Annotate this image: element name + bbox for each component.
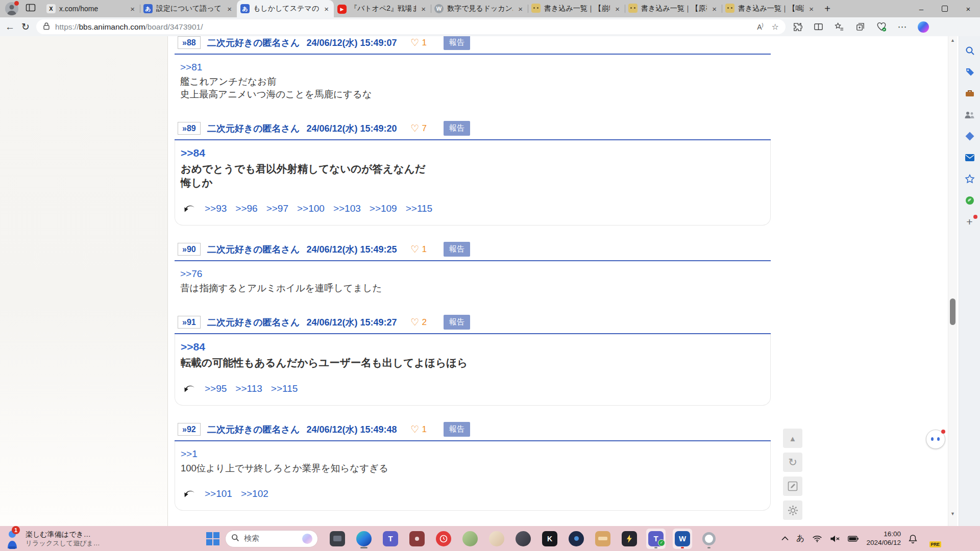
notification-toast[interactable]: 1 楽しむ準備はでき… リラックスして遊びま… [4,528,100,549]
reply-link[interactable]: >>102 [241,488,268,499]
microsoft-teams-running-icon[interactable]: T✓ [646,529,666,549]
scrollbar-thumb[interactable] [950,298,955,325]
tab-6[interactable]: 書き込み一覧｜【崩壊スター× [528,0,625,17]
more-menu-icon[interactable]: ⋯ [897,21,908,33]
scrollbar-down-icon[interactable]: ▼ [948,510,957,518]
sidebar-m365-icon[interactable] [964,130,976,142]
tab-2[interactable]: あ設定について語ってくれよ｜あ× [140,0,237,17]
game-avatar-green-icon[interactable] [460,529,480,549]
collections-icon[interactable] [855,21,866,33]
post-number-badge[interactable]: »89 [178,122,201,135]
reply-link[interactable]: >>95 [205,383,227,394]
sidebar-eco-icon[interactable] [964,194,976,207]
extensions-icon[interactable] [792,21,803,33]
tray-chevron-up-icon[interactable] [781,536,789,541]
tab-close-icon[interactable]: × [614,5,621,13]
sidebar-search-icon[interactable] [964,44,976,57]
microsoft-edge-icon[interactable] [354,529,374,549]
scroll-to-top-button[interactable]: ▲ [783,429,802,448]
like-button[interactable]: ♡1 [411,423,427,435]
tab-actions-icon[interactable] [26,3,36,14]
browser-scrollbar[interactable]: ▲ ▼ [948,36,957,526]
like-button[interactable]: ♡2 [411,316,427,328]
taskbar-search[interactable]: 検索 [225,530,318,547]
split-screen-icon[interactable] [813,21,824,33]
wifi-icon[interactable] [812,535,822,542]
scrollbar-up-icon[interactable]: ▲ [948,36,957,44]
bell-icon[interactable] [909,534,917,543]
close-button[interactable]: × [957,0,980,17]
game-avatar-beige-icon[interactable] [487,529,506,549]
reply-link[interactable]: >>97 [266,203,288,214]
pinned-app-ring-icon[interactable] [699,529,719,549]
reply-link[interactable]: >>101 [205,488,232,499]
tray-copilot-icon[interactable]: PRE [925,532,938,545]
reload-page-button[interactable]: ↻ [783,453,802,472]
tab-close-icon[interactable]: × [420,5,427,13]
anchor-link[interactable]: >>84 [181,146,205,162]
reply-link[interactable]: >>115 [406,203,432,214]
tab-8[interactable]: 書き込み一覧｜【鳴潮】吟霖× [722,0,819,17]
like-button[interactable]: ♡1 [411,243,427,255]
pinned-app-tan-icon[interactable] [593,529,612,549]
sidebar-add-icon[interactable]: + [964,216,976,228]
back-icon[interactable]: ← [5,21,15,33]
post-number-badge[interactable]: »88 [178,36,201,49]
report-button[interactable]: 報告 [444,242,470,257]
refresh-icon[interactable]: ↻ [21,21,30,33]
page-settings-button[interactable] [783,500,802,520]
favorites-list-icon[interactable] [834,21,845,33]
report-button[interactable]: 報告 [444,315,470,330]
post-number-badge[interactable]: »91 [178,316,201,329]
sidebar-favorites-icon[interactable] [964,173,976,185]
reply-link[interactable]: >>113 [235,383,262,394]
tab-3[interactable]: あもしかしてステマの資金尽きち× [237,0,334,17]
microsoft-teams-icon[interactable]: T [381,529,400,549]
anchor-link[interactable]: >>84 [181,340,205,356]
new-tab-button[interactable]: + [819,0,836,17]
tab-close-icon[interactable]: × [517,5,524,13]
report-button[interactable]: 報告 [444,36,470,50]
tab-7[interactable]: 書き込み一覧｜【原神】最強× [625,0,722,17]
tab-close-icon[interactable]: × [129,5,136,13]
tab-close-icon[interactable]: × [226,5,233,13]
reply-link[interactable]: >>109 [370,203,397,214]
game-avatar-dark-icon[interactable] [513,529,533,549]
pinned-app-red-icon[interactable] [407,529,427,549]
sidebar-shopping-icon[interactable] [964,66,976,78]
report-button[interactable]: 報告 [444,121,470,136]
reply-link[interactable]: >>96 [235,203,257,214]
tab-close-icon[interactable]: × [323,5,330,13]
like-button[interactable]: ♡7 [411,122,427,134]
favorite-star-icon[interactable]: ☆ [772,22,779,32]
alarm-clock-app-icon[interactable] [434,529,453,549]
pinned-app-k-icon[interactable]: K [540,529,559,549]
read-aloud-icon[interactable]: A) [757,22,763,31]
post-number-badge[interactable]: »92 [178,423,201,436]
browser-profile-button[interactable] [5,2,18,15]
pinned-app-navy-icon[interactable] [567,529,586,549]
reply-link[interactable]: >>93 [205,203,227,214]
anchor-link[interactable]: >>76 [180,267,202,282]
tab-1[interactable]: Xx.com/home× [43,0,140,17]
anchor-link[interactable]: >>1 [181,447,198,462]
tab-close-icon[interactable]: × [807,5,815,13]
start-button[interactable] [206,532,219,545]
tab-4[interactable]: ▶『バトオペ2』戦場までは何マイ× [334,0,431,17]
address-bar[interactable]: https://bbs.animanch.com/board/3473901/ … [36,19,786,34]
sidebar-outlook-icon[interactable] [964,152,976,164]
microsoft-word-running-icon[interactable]: W [673,529,692,549]
tab-close-icon[interactable]: × [710,5,718,13]
minimize-button[interactable]: – [910,0,933,17]
tray-clock[interactable]: 16:002024/06/12 [866,530,901,547]
tab-5[interactable]: W数字で見るドッカンバトル！× [431,0,528,17]
mascot-widget[interactable] [926,430,945,449]
copilot-icon[interactable] [918,21,929,33]
browser-essentials-icon[interactable] [876,21,887,33]
volume-muted-icon[interactable] [830,535,840,543]
reply-link[interactable]: >>100 [297,203,325,214]
anchor-link[interactable]: >>81 [180,61,202,75]
reply-link[interactable]: >>103 [333,203,361,214]
tray-ime-indicator[interactable]: あ [796,533,804,544]
like-button[interactable]: ♡1 [411,37,427,48]
